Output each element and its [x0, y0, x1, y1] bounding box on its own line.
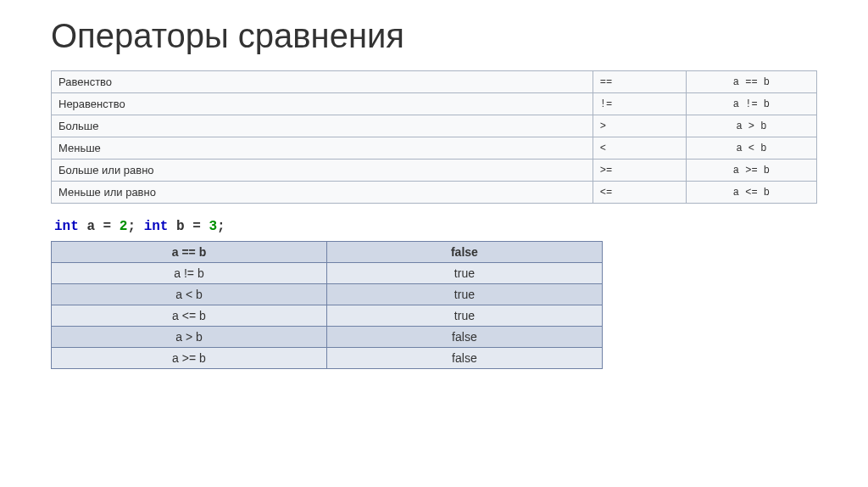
code-snippet: int a = 2; int b = 3; — [51, 219, 817, 234]
result-expression: a == b — [52, 242, 327, 263]
table-row: Равенство == a == b — [52, 71, 817, 93]
code-text: ; — [127, 219, 143, 234]
code-text: ; — [217, 219, 225, 234]
operator-symbol: != — [593, 93, 686, 115]
operator-name: Равенство — [52, 71, 593, 93]
operator-symbol: >= — [593, 160, 686, 182]
operator-symbol: > — [593, 115, 686, 137]
table-row: a != b true — [52, 263, 603, 284]
result-expression: a != b — [52, 263, 327, 284]
results-table: a == b false a != b true a < b true a <=… — [51, 241, 603, 369]
result-expression: a > b — [52, 327, 327, 348]
result-expression: a >= b — [52, 348, 327, 369]
results-table-wrapper: a == b false a != b true a < b true a <=… — [51, 241, 603, 369]
result-value: true — [326, 263, 602, 284]
table-row: Больше или равно >= a >= b — [52, 160, 817, 182]
operator-symbol: == — [593, 71, 686, 93]
code-keyword: int — [144, 219, 169, 234]
operators-table: Равенство == a == b Неравенство != a != … — [51, 70, 817, 204]
operator-example: a < b — [686, 137, 816, 160]
operator-example: a <= b — [686, 182, 816, 204]
table-row: a <= b true — [52, 305, 603, 327]
code-number: 3 — [209, 219, 217, 234]
code-keyword: int — [54, 219, 79, 234]
table-row: a > b false — [52, 327, 603, 348]
table-row: a == b false — [52, 242, 603, 263]
result-value: false — [326, 348, 602, 369]
operator-name: Больше — [52, 115, 593, 137]
code-text: b = — [168, 219, 209, 234]
operator-example: a != b — [686, 93, 816, 115]
result-value: true — [326, 284, 602, 305]
table-row: Меньше < a < b — [52, 137, 817, 160]
result-expression: a <= b — [52, 305, 327, 327]
result-value: false — [326, 242, 602, 263]
operator-name: Меньше — [52, 137, 593, 160]
operator-example: a > b — [686, 115, 816, 137]
code-number: 2 — [120, 219, 128, 234]
table-row: Меньше или равно <= a <= b — [52, 182, 817, 204]
table-row: Неравенство != a != b — [52, 93, 817, 115]
result-value: false — [326, 327, 602, 348]
slide-title: Операторы сравнения — [51, 17, 817, 55]
operator-example: a >= b — [686, 160, 816, 182]
result-value: true — [326, 305, 602, 327]
operator-name: Больше или равно — [52, 160, 593, 182]
code-text: a = — [79, 219, 120, 234]
operator-example: a == b — [686, 71, 816, 93]
table-row: a >= b false — [52, 348, 603, 369]
operator-name: Меньше или равно — [52, 182, 593, 204]
table-row: a < b true — [52, 284, 603, 305]
operator-symbol: < — [593, 137, 686, 160]
operator-name: Неравенство — [52, 93, 593, 115]
result-expression: a < b — [52, 284, 327, 305]
operator-symbol: <= — [593, 182, 686, 204]
table-row: Больше > a > b — [52, 115, 817, 137]
